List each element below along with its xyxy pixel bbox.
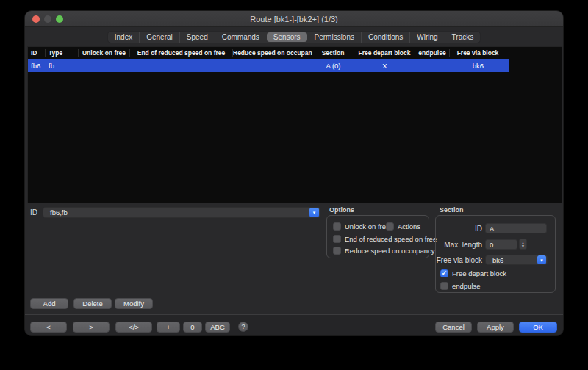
actions-label: Actions: [398, 222, 420, 231]
zero-button[interactable]: 0: [183, 322, 202, 333]
sensor-id-combobox[interactable]: fb6,fb ▾: [43, 207, 320, 218]
free-depart-block-label: Free depart block: [452, 269, 506, 278]
plus-button[interactable]: +: [157, 322, 180, 333]
max-length-field[interactable]: 0: [485, 239, 517, 250]
tab-general[interactable]: General: [140, 32, 180, 43]
unlock-on-free-label: Unlock on free: [345, 222, 390, 231]
section-group-title: Section: [440, 206, 464, 214]
end-reduced-speed-checkrow: ✓ End of reduced speed on free: [333, 235, 437, 243]
tab-conditions[interactable]: Conditions: [362, 32, 410, 43]
previous-button[interactable]: <: [30, 322, 67, 333]
abc-button[interactable]: ABC: [205, 322, 230, 333]
actions-checkbox[interactable]: ✓: [386, 222, 394, 231]
zoom-window-icon[interactable]: [56, 15, 63, 23]
tab-wiring[interactable]: Wiring: [410, 32, 445, 43]
next-button[interactable]: >: [73, 322, 110, 333]
max-length-label: Max. length: [442, 241, 482, 249]
reduce-speed-occupancy-checkbox[interactable]: ✓: [333, 247, 341, 255]
minimize-window-icon: [44, 15, 51, 23]
tab-speed[interactable]: Speed: [180, 32, 215, 43]
end-reduced-speed-label: End of reduced speed on free: [345, 235, 437, 243]
column-header-endpulse[interactable]: endpulse: [415, 49, 450, 57]
id-combo-label: ID: [30, 208, 37, 217]
tab-index[interactable]: Index: [108, 32, 140, 43]
cell-free-via-block: bk6: [450, 62, 506, 70]
options-group-title: Options: [329, 206, 354, 214]
column-header-reduce-speed-occupancy[interactable]: Reduce speed on occupancy: [233, 49, 312, 57]
reduce-speed-occupancy-checkrow: ✓ Reduce speed on occupancy: [333, 247, 435, 255]
route-dialog-window: Route [bk1-]-[bk2+] (1/3) Index General …: [24, 10, 564, 336]
max-length-stepper[interactable]: ▲ ▼: [519, 239, 527, 250]
close-window-icon[interactable]: [32, 15, 40, 23]
cell-id: fb6: [28, 62, 46, 70]
apply-button[interactable]: Apply: [477, 322, 514, 333]
cancel-button[interactable]: Cancel: [435, 322, 472, 333]
code-button[interactable]: </>: [115, 322, 152, 333]
table-row[interactable]: fb6 fb A (0) X bk6: [28, 59, 509, 72]
column-header-section[interactable]: Section: [312, 49, 354, 57]
check-icon: ✓: [442, 270, 448, 277]
chevron-down-icon: ▾: [540, 258, 543, 263]
stepper-down-icon: ▼: [521, 244, 525, 247]
tab-commands[interactable]: Commands: [215, 32, 266, 43]
tab-bar: Index General Speed Commands Sensors Per…: [25, 31, 563, 43]
table-header-row: ID Type Unlock on free End of reduced sp…: [28, 47, 562, 59]
delete-button[interactable]: Delete: [74, 298, 112, 309]
modify-button[interactable]: Modify: [115, 298, 153, 309]
column-header-id[interactable]: ID: [28, 49, 46, 57]
free-depart-block-checkrow: ✓ Free depart block: [440, 269, 506, 278]
unlock-on-free-checkrow: ✓ Unlock on free: [333, 222, 390, 231]
tab-segmented-control: Index General Speed Commands Sensors Per…: [107, 31, 481, 43]
sensor-id-value: fb6,fb: [43, 208, 309, 217]
actions-checkrow: ✓ Actions: [386, 222, 420, 231]
ok-button[interactable]: OK: [519, 322, 557, 333]
window-title: Route [bk1-]-[bk2+] (1/3): [250, 15, 338, 23]
endpulse-label: endpulse: [452, 282, 481, 290]
endpulse-checkbox[interactable]: ✓: [440, 282, 448, 290]
free-via-block-value: bk6: [486, 256, 537, 264]
bottom-separator: [25, 314, 563, 315]
tab-permissions[interactable]: Permissions: [308, 32, 362, 43]
sensors-table[interactable]: ID Type Unlock on free End of reduced sp…: [27, 46, 562, 203]
title-bar[interactable]: Route [bk1-]-[bk2+] (1/3): [25, 11, 563, 27]
cell-section: A (0): [312, 62, 354, 70]
cell-free-depart-block: X: [354, 62, 415, 70]
column-header-free-depart-block[interactable]: Free depart block: [354, 49, 415, 57]
column-header-unlock-on-free[interactable]: Unlock on free: [79, 49, 130, 57]
dropdown-button[interactable]: ▾: [309, 208, 319, 217]
add-button[interactable]: Add: [30, 298, 68, 309]
cell-type: fb: [46, 62, 79, 70]
free-via-block-combobox[interactable]: bk6 ▾: [485, 255, 548, 265]
section-id-field[interactable]: A: [485, 223, 547, 233]
column-header-end-reduced-speed[interactable]: End of reduced speed on free: [130, 49, 233, 57]
tab-tracks[interactable]: Tracks: [445, 32, 481, 43]
end-reduced-speed-checkbox[interactable]: ✓: [333, 235, 341, 243]
window-controls: [32, 11, 63, 27]
unlock-on-free-checkbox[interactable]: ✓: [333, 222, 341, 231]
column-header-free-via-block[interactable]: Free via block: [450, 49, 506, 57]
chevron-down-icon: ▾: [313, 210, 316, 215]
free-depart-block-checkbox[interactable]: ✓: [440, 269, 448, 278]
free-via-block-label: Free via block: [435, 256, 482, 264]
dropdown-button[interactable]: ▾: [537, 255, 546, 264]
help-button[interactable]: ?: [238, 322, 248, 332]
reduce-speed-occupancy-label: Reduce speed on occupancy: [345, 247, 435, 255]
column-header-type[interactable]: Type: [46, 49, 79, 57]
endpulse-checkrow: ✓ endpulse: [440, 282, 481, 290]
tab-sensors[interactable]: Sensors: [267, 32, 307, 42]
section-id-label: ID: [472, 225, 482, 233]
